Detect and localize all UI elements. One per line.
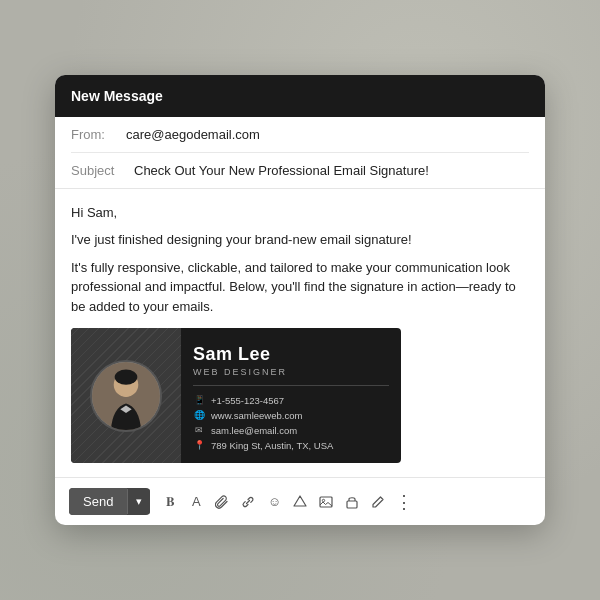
signature-website: www.samleeweb.com: [211, 410, 302, 421]
email-header: New Message: [55, 75, 545, 117]
location-icon: 📍: [193, 439, 205, 451]
body-greeting: Hi Sam,: [71, 203, 529, 223]
signature-avatar: [90, 360, 162, 432]
globe-icon: 🌐: [193, 409, 205, 421]
from-field: From: care@aegodemail.com: [71, 117, 529, 153]
subject-field: Subject Check Out Your New Professional …: [71, 153, 529, 188]
email-compose-window: New Message From: care@aegodemail.com Su…: [55, 75, 545, 526]
phone-icon: 📱: [193, 394, 205, 406]
signature-address-row: 📍 789 King St, Austin, TX, USA: [193, 439, 389, 451]
send-button[interactable]: Send: [69, 488, 127, 515]
signature-phone-row: 📱 +1-555-123-4567: [193, 394, 389, 406]
signature-address: 789 King St, Austin, TX, USA: [211, 440, 333, 451]
send-button-group[interactable]: Send ▾: [69, 488, 150, 515]
email-body: Hi Sam, I've just finished designing you…: [55, 189, 545, 478]
email-toolbar: Send ▾ 𝐁 A ☺: [55, 477, 545, 525]
send-dropdown-button[interactable]: ▾: [127, 489, 150, 514]
email-fields: From: care@aegodemail.com Subject Check …: [55, 117, 545, 189]
signature-job-title: WEB DESIGNER: [193, 367, 389, 377]
signature-email: sam.lee@email.com: [211, 425, 297, 436]
envelope-icon: ✉: [193, 424, 205, 436]
emoji-icon[interactable]: ☺: [266, 494, 282, 510]
more-options-icon[interactable]: ⋮: [396, 494, 412, 510]
signature-name: Sam Lee: [193, 344, 389, 365]
body-line2: It's fully responsive, clickable, and ta…: [71, 258, 529, 317]
svg-rect-4: [320, 497, 332, 507]
from-value: care@aegodemail.com: [126, 127, 260, 142]
signature-phone: +1-555-123-4567: [211, 395, 284, 406]
signature-website-row: 🌐 www.samleeweb.com: [193, 409, 389, 421]
attach-file-icon[interactable]: [214, 494, 230, 510]
signature-left-panel: [71, 328, 181, 463]
lock-icon[interactable]: [344, 494, 360, 510]
signature-email-row: ✉ sam.lee@email.com: [193, 424, 389, 436]
format-bold-icon[interactable]: 𝐁: [162, 494, 178, 510]
svg-point-3: [115, 369, 138, 384]
window-title: New Message: [71, 88, 163, 104]
svg-point-5: [323, 499, 325, 501]
font-color-icon[interactable]: A: [188, 494, 204, 510]
svg-rect-6: [347, 501, 357, 508]
signature-right-panel: Sam Lee WEB DESIGNER 📱 +1-555-123-4567 🌐…: [181, 328, 401, 463]
subject-value: Check Out Your New Professional Email Si…: [134, 163, 429, 178]
insert-photo-icon[interactable]: [318, 494, 334, 510]
subject-label: Subject: [71, 163, 126, 178]
insert-link-icon[interactable]: [240, 494, 256, 510]
signature-divider: [193, 385, 389, 386]
from-label: From:: [71, 127, 126, 142]
body-line1: I've just finished designing your brand-…: [71, 230, 529, 250]
signature-contacts: 📱 +1-555-123-4567 🌐 www.samleeweb.com ✉ …: [193, 394, 389, 451]
toolbar-icons: 𝐁 A ☺: [162, 494, 412, 510]
signature-card: Sam Lee WEB DESIGNER 📱 +1-555-123-4567 🌐…: [71, 328, 401, 463]
drive-icon[interactable]: [292, 494, 308, 510]
pen-icon[interactable]: [370, 494, 386, 510]
